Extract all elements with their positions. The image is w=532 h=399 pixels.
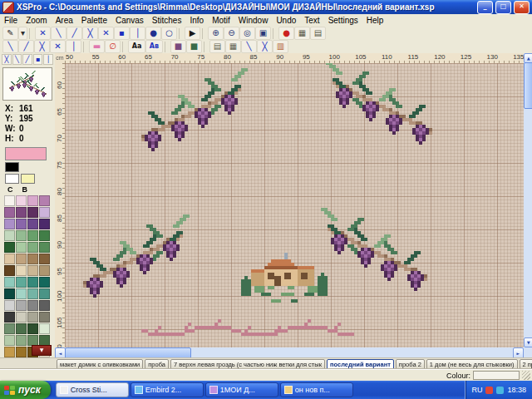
menu-undo[interactable]: Undo bbox=[272, 15, 300, 27]
white-swatch[interactable] bbox=[5, 174, 19, 184]
palette-swatch[interactable] bbox=[16, 230, 27, 241]
ruler-toggle[interactable]: ▤ bbox=[310, 27, 326, 40]
task-on-nov[interactable]: он нов п... bbox=[280, 382, 353, 397]
yellow-swatch[interactable] bbox=[21, 174, 35, 184]
palette-swatch[interactable] bbox=[4, 277, 15, 288]
palette-swatch[interactable] bbox=[4, 219, 15, 229]
palette-swatch[interactable] bbox=[4, 312, 15, 323]
palette-swatch[interactable] bbox=[16, 312, 27, 323]
special-stitch-5[interactable]: │ bbox=[66, 40, 81, 53]
zoom-fit-tool[interactable]: ▣ bbox=[255, 27, 271, 40]
menu-zoom[interactable]: Zoom bbox=[22, 15, 52, 27]
palette-swatch[interactable] bbox=[27, 288, 38, 299]
zoom-in-tool[interactable]: ⊕ bbox=[208, 27, 224, 40]
minimize-button[interactable]: _ bbox=[477, 1, 493, 14]
palette-swatch[interactable] bbox=[27, 207, 38, 218]
layout-view-icon[interactable]: ▤ bbox=[209, 40, 225, 53]
palette-swatch[interactable] bbox=[39, 219, 50, 229]
palette-swatch[interactable] bbox=[27, 230, 38, 241]
special-stitch-4[interactable]: ✕ bbox=[50, 40, 66, 53]
palette-swatch[interactable] bbox=[4, 347, 15, 357]
palette-swatch[interactable] bbox=[4, 335, 15, 346]
menu-motif[interactable]: Motif bbox=[208, 15, 234, 27]
scroll-down-button[interactable]: ▼ bbox=[524, 337, 532, 347]
menu-settings[interactable]: Settings bbox=[324, 15, 362, 27]
palette-swatch[interactable] bbox=[16, 207, 27, 218]
palette-swatch[interactable] bbox=[39, 312, 50, 323]
palette-swatch[interactable] bbox=[16, 242, 27, 253]
palette-swatch[interactable] bbox=[4, 288, 15, 299]
mini-half-back[interactable]: ╲ bbox=[12, 54, 22, 65]
palette-swatch[interactable] bbox=[27, 312, 38, 323]
special-stitch-2[interactable]: ╱ bbox=[18, 40, 34, 53]
palette-swatch[interactable] bbox=[16, 300, 27, 311]
palette-swatch[interactable] bbox=[16, 335, 27, 346]
french-knot-tool[interactable]: ● bbox=[145, 27, 161, 40]
half-stitch-forward-tool[interactable]: ╱ bbox=[66, 27, 82, 40]
close-button[interactable]: ✕ bbox=[514, 1, 530, 14]
swatch-green[interactable]: ■ bbox=[186, 40, 202, 53]
palette-swatch[interactable] bbox=[27, 265, 38, 276]
task-embird[interactable]: Embird 2... bbox=[131, 382, 204, 397]
special-stitch-3[interactable]: ╳ bbox=[34, 40, 50, 53]
palette-swatch[interactable] bbox=[4, 323, 15, 334]
swatch-purple[interactable]: ■ bbox=[170, 40, 186, 53]
palette-swatch[interactable] bbox=[39, 300, 50, 311]
clear-color-tool[interactable]: ∅ bbox=[105, 40, 121, 53]
mini-cross-stitch[interactable]: ╳ bbox=[2, 54, 12, 65]
palette-swatch[interactable] bbox=[16, 347, 27, 357]
palette-swatch[interactable] bbox=[16, 277, 27, 288]
palette-swatch[interactable] bbox=[4, 265, 15, 276]
text-tool-cyrillic[interactable]: Aв bbox=[145, 40, 163, 53]
select-tool[interactable]: ▶ bbox=[185, 27, 200, 40]
highlight-color-tool[interactable]: ● bbox=[278, 27, 294, 40]
palette-swatch[interactable] bbox=[39, 242, 50, 253]
menu-file[interactable]: File bbox=[0, 15, 22, 27]
mini-half-forward[interactable]: ╱ bbox=[22, 54, 32, 65]
tab-posledniy-variant[interactable]: последний вариант bbox=[327, 359, 394, 370]
task-moi-dizainy[interactable]: 1МОИ Д... bbox=[205, 382, 278, 397]
palette-swatch[interactable] bbox=[4, 195, 15, 206]
menu-canvas[interactable]: Canvas bbox=[111, 15, 148, 27]
palette-swatch[interactable] bbox=[16, 323, 27, 334]
menu-info[interactable]: Info bbox=[185, 15, 208, 27]
palette-swatch[interactable] bbox=[27, 300, 38, 311]
palette-swatch[interactable] bbox=[39, 207, 50, 218]
palette-swatch[interactable] bbox=[16, 219, 27, 229]
palette-swatch[interactable] bbox=[4, 230, 15, 241]
vertical-scroll-thumb[interactable] bbox=[524, 62, 532, 109]
horizontal-scrollbar[interactable]: ◄ ► bbox=[55, 347, 524, 357]
half-stitch-back-tool[interactable]: ╲ bbox=[51, 27, 66, 40]
tab-verhn-levaya-grozd[interactable]: 7 верхн левая гроздь (с частью ниж ветки… bbox=[170, 359, 325, 370]
palette-swatch[interactable] bbox=[16, 288, 27, 299]
grid-toggle[interactable]: ▦ bbox=[294, 27, 310, 40]
menu-palette[interactable]: Palette bbox=[77, 15, 111, 27]
mini-petite[interactable]: ▪ bbox=[33, 54, 43, 65]
palette-swatch[interactable] bbox=[27, 195, 38, 206]
selected-color-swatch[interactable] bbox=[5, 147, 47, 160]
palette-swatch[interactable] bbox=[27, 277, 38, 288]
palette-swatch[interactable] bbox=[27, 254, 38, 264]
black-swatch[interactable] bbox=[5, 162, 19, 172]
quarter-stitch-tool[interactable]: ╳ bbox=[82, 27, 98, 40]
maximize-button[interactable]: □ bbox=[495, 1, 511, 14]
palette-swatch[interactable] bbox=[16, 254, 27, 264]
tab-maket-domik-s-olivkovkami[interactable]: макет домик с оливковками bbox=[57, 359, 143, 370]
palette-swatch[interactable] bbox=[39, 323, 50, 334]
menu-stitches[interactable]: Stitches bbox=[148, 15, 186, 27]
language-indicator[interactable]: RU bbox=[471, 386, 482, 394]
palette-swatch[interactable] bbox=[4, 242, 15, 253]
tab-pravaya-nizh-gr[interactable]: 2 правая ниж гр bbox=[520, 359, 532, 370]
start-button[interactable]: пуск bbox=[0, 381, 51, 399]
tab-dom-ne-ves[interactable]: 1 дом (не весь для стыковки) bbox=[426, 359, 518, 370]
tab-proba[interactable]: проба bbox=[145, 359, 169, 370]
zoom-out-tool[interactable]: ⊖ bbox=[224, 27, 239, 40]
menu-help[interactable]: Help bbox=[362, 15, 388, 27]
palette-swatch[interactable] bbox=[16, 265, 27, 276]
petite-stitch-tool[interactable]: ▪ bbox=[114, 27, 130, 40]
palette-swatch[interactable] bbox=[39, 265, 50, 276]
palette-swatch[interactable] bbox=[39, 288, 50, 299]
palette-swatch[interactable] bbox=[4, 207, 15, 218]
backstitch-tool[interactable]: │ bbox=[130, 27, 145, 40]
three-quarter-stitch-tool[interactable]: ✕ bbox=[98, 27, 114, 40]
